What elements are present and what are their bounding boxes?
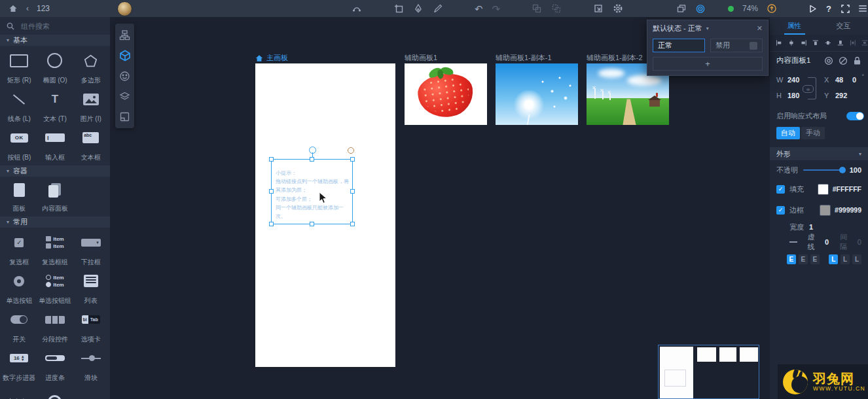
component-slider[interactable]: 滑块 bbox=[73, 345, 109, 383]
align-center-h-icon[interactable] bbox=[788, 39, 795, 47]
tab-properties[interactable]: 属性 bbox=[770, 17, 819, 35]
width-field[interactable]: 240 bbox=[787, 76, 810, 84]
settings-gear-icon[interactable] bbox=[613, 3, 623, 14]
sitemap-icon[interactable] bbox=[119, 29, 130, 41]
distribute-v-icon[interactable] bbox=[861, 39, 868, 47]
border-checkbox[interactable]: ✓ bbox=[776, 206, 785, 215]
artboard-label-aux2[interactable]: 辅助画板1-副本-1 bbox=[496, 53, 552, 63]
component-list[interactable]: 列表 bbox=[73, 268, 109, 306]
component-rating[interactable]: ★ bbox=[73, 383, 109, 399]
aux-artboard-strawberry[interactable] bbox=[405, 63, 487, 125]
link-wh-icon[interactable]: ∞ bbox=[808, 77, 816, 99]
resize-handle[interactable] bbox=[310, 157, 314, 162]
emoji-icon[interactable] bbox=[119, 71, 130, 82]
menu-icon[interactable] bbox=[859, 5, 867, 12]
component-steps[interactable] bbox=[1, 383, 37, 399]
selected-content-panel[interactable]: 小提示： 拖动链接点到一个辅助画板，将其添加为层； 可添加多个层； 同一个辅助画… bbox=[271, 159, 353, 224]
component-checkbox[interactable]: ✓ 复选框 bbox=[1, 229, 37, 268]
link-point[interactable] bbox=[348, 147, 354, 154]
component-search[interactable] bbox=[0, 17, 110, 35]
component-polygon[interactable]: 多边形 bbox=[73, 47, 109, 86]
y-field[interactable]: 292 bbox=[835, 92, 858, 99]
component-text[interactable]: T 文本 (T) bbox=[37, 86, 73, 124]
visibility-icon[interactable] bbox=[824, 56, 833, 65]
fullscreen-icon[interactable] bbox=[840, 3, 850, 14]
resize-handle[interactable] bbox=[350, 222, 355, 226]
border-width-value[interactable]: 1 bbox=[809, 223, 813, 231]
avatar[interactable] bbox=[117, 1, 132, 16]
rotate-handle[interactable] bbox=[309, 147, 316, 154]
manual-mode-button[interactable]: 手动 bbox=[801, 127, 825, 139]
artboard-label-aux3[interactable]: 辅助画板1-副本-2 bbox=[587, 53, 643, 63]
corner-style-button[interactable]: L bbox=[829, 254, 838, 264]
resize-handle[interactable] bbox=[350, 157, 355, 162]
border-swatch[interactable] bbox=[820, 205, 831, 216]
chevron-down-icon[interactable]: ▾ bbox=[706, 26, 709, 31]
corner-style-smooth-button[interactable]: L bbox=[852, 254, 861, 264]
component-panel[interactable]: 面板 bbox=[1, 178, 37, 214]
component-textarea[interactable]: abc 文本框 bbox=[73, 124, 109, 163]
opacity-value[interactable]: 100 bbox=[850, 166, 861, 174]
state-disabled[interactable]: 禁用 bbox=[710, 39, 763, 52]
component-input[interactable]: I 输入框 bbox=[37, 124, 73, 163]
prohibit-icon[interactable] bbox=[839, 56, 848, 65]
component-segmented[interactable]: 分段控件 bbox=[37, 306, 73, 345]
redo-icon[interactable]: ↷ bbox=[492, 4, 501, 14]
undo-icon[interactable]: ↶ bbox=[475, 4, 483, 14]
border-hex[interactable]: #999999 bbox=[835, 206, 861, 214]
home-icon[interactable] bbox=[8, 3, 18, 14]
add-state-button[interactable]: + bbox=[653, 57, 763, 71]
component-radio-group[interactable]: Item Item 单选按钮组 bbox=[37, 268, 73, 306]
border-position-inner-button[interactable]: E bbox=[799, 254, 808, 264]
zoom-percent[interactable]: 74% bbox=[742, 4, 758, 13]
lock-icon[interactable] bbox=[853, 56, 861, 65]
minimap[interactable] bbox=[658, 345, 759, 399]
component-rectangle[interactable]: 矩形 (R) bbox=[1, 47, 37, 86]
layers-icon[interactable] bbox=[119, 91, 130, 102]
coin-upgrade-icon[interactable] bbox=[767, 3, 777, 14]
align-right-icon[interactable] bbox=[801, 39, 807, 47]
resize-handle[interactable] bbox=[269, 157, 274, 162]
component-tab[interactable]: biTab 选项卡 bbox=[73, 306, 109, 345]
align-top-icon[interactable] bbox=[812, 39, 819, 47]
component-dropdown[interactable]: ▾ 下拉框 bbox=[73, 229, 109, 268]
resize-handle[interactable] bbox=[310, 222, 314, 226]
section-common[interactable]: ▾ 常用 bbox=[0, 217, 110, 228]
component-image[interactable]: 图片 (I) bbox=[73, 86, 109, 124]
component-button[interactable]: OK 按钮 (B) bbox=[1, 124, 37, 163]
align-bottom-icon[interactable] bbox=[837, 39, 844, 47]
border-position-outer-button[interactable]: E bbox=[810, 254, 820, 264]
help-icon[interactable]: ? bbox=[826, 4, 831, 14]
component-radio[interactable]: 单选按钮 bbox=[1, 268, 37, 306]
shape-section-header[interactable]: 外形 ▾ bbox=[770, 147, 868, 160]
component-content-panel[interactable]: 内容面板 bbox=[37, 178, 73, 214]
windows-icon[interactable] bbox=[676, 3, 687, 14]
resize-handle[interactable] bbox=[269, 189, 274, 194]
add-artboard-icon[interactable] bbox=[393, 3, 404, 14]
align-middle-v-icon[interactable] bbox=[825, 39, 831, 47]
artboard-label-main[interactable]: 主画板 bbox=[255, 53, 288, 63]
component-stepper[interactable]: 16▲▼ 数字步进器 bbox=[1, 345, 37, 383]
dash-value[interactable]: 0 bbox=[825, 238, 829, 246]
connector-tool-icon[interactable] bbox=[352, 3, 362, 14]
preview-target-icon[interactable] bbox=[695, 3, 706, 14]
opacity-slider[interactable] bbox=[803, 169, 844, 171]
fill-checkbox[interactable]: ✓ bbox=[776, 185, 785, 194]
search-input[interactable] bbox=[20, 22, 94, 31]
fill-swatch[interactable] bbox=[818, 184, 829, 195]
corner-style-round-button[interactable]: L bbox=[841, 254, 850, 264]
state-normal[interactable]: 正常 bbox=[653, 39, 705, 52]
pencil-tool-icon[interactable] bbox=[433, 3, 443, 14]
play-preview-icon[interactable] bbox=[807, 3, 818, 14]
responsive-toggle[interactable] bbox=[846, 112, 864, 120]
fill-hex[interactable]: #FFFFFF bbox=[833, 185, 861, 193]
group-icon[interactable] bbox=[532, 3, 542, 14]
back-icon[interactable]: ‹ bbox=[26, 5, 29, 12]
import-icon[interactable] bbox=[593, 3, 604, 14]
section-basic[interactable]: ▾ 基本 bbox=[0, 35, 110, 46]
component-progress[interactable]: 进度条 bbox=[37, 345, 73, 383]
distribute-h-icon[interactable] bbox=[850, 39, 856, 47]
component-ellipse[interactable]: 椭圆 (O) bbox=[37, 47, 73, 86]
auto-mode-button[interactable]: 自动 bbox=[776, 127, 800, 139]
component-switch[interactable]: 开关 bbox=[1, 306, 37, 345]
